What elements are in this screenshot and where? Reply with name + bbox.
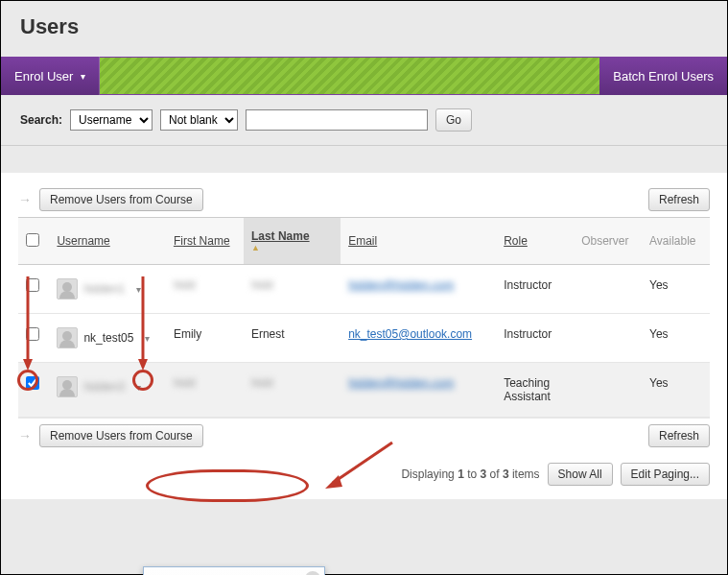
col-role[interactable]: Role: [496, 218, 574, 265]
search-label: Search:: [20, 113, 62, 127]
primary-toolbar: Enrol User ▾ Batch Enrol Users: [1, 57, 727, 95]
avatar: [57, 376, 78, 397]
selection-arrow-icon: →: [18, 192, 32, 207]
page-title: Users: [1, 1, 727, 57]
role-cell: Instructor: [504, 278, 552, 292]
toolbar-spacer: [100, 57, 599, 95]
col-available: Available: [642, 218, 710, 265]
col-select-all[interactable]: [18, 218, 49, 265]
search-bar: Search: Username Not blank Go: [1, 95, 727, 146]
username-cell[interactable]: hidden3: [83, 380, 125, 394]
selection-arrow-icon: →: [18, 428, 32, 443]
chevron-down-icon: ▾: [81, 71, 85, 82]
role-cell: Instructor: [504, 327, 552, 341]
first_name-cell: hidd: [174, 376, 196, 390]
refresh-button-top[interactable]: Refresh: [648, 188, 710, 211]
col-first-name[interactable]: First Name: [166, 218, 244, 265]
select-all-checkbox[interactable]: [26, 233, 39, 247]
search-field-select[interactable]: Username: [70, 109, 153, 131]
show-all-button[interactable]: Show All: [548, 463, 613, 486]
sort-asc-icon: ▲: [251, 243, 333, 252]
row-context-menu: ✕ Edit Change User's Password Change Use…: [143, 566, 325, 575]
available-cell: Yes: [649, 327, 669, 341]
paging-text: Displaying 1 to 3 of 3 items: [401, 467, 539, 481]
email-cell[interactable]: nk_test05@outlook.com: [348, 327, 472, 341]
username-cell[interactable]: nk_test05: [83, 331, 133, 345]
role-cell: Teaching Assistant: [504, 376, 551, 403]
users-table: Username First Name Last Name▲ Email Rol…: [18, 217, 710, 418]
content-area: → Remove Users from Course Refresh Usern…: [1, 173, 727, 499]
remove-users-button-bottom[interactable]: Remove Users from Course: [39, 424, 203, 447]
paging-bar: Displaying 1 to 3 of 3 items Show All Ed…: [18, 453, 710, 499]
remove-users-button-top[interactable]: Remove Users from Course: [39, 188, 203, 211]
table-row: hidden3▾hiddhiddhidden@hidden.comTeachin…: [18, 363, 710, 418]
row-checkbox[interactable]: [26, 327, 39, 341]
row-menu-chevron-icon[interactable]: ▾: [130, 379, 146, 395]
col-email[interactable]: Email: [341, 218, 496, 265]
table-row: hidden1▾hiddhiddhidden@hidden.comInstruc…: [18, 265, 710, 314]
edit-paging-button[interactable]: Edit Paging...: [621, 463, 710, 486]
search-input[interactable]: [246, 109, 428, 131]
username-cell[interactable]: hidden1: [83, 282, 125, 296]
col-username[interactable]: Username: [49, 218, 166, 265]
first_name-cell: Emily: [174, 327, 201, 341]
last_name-cell: Ernest: [251, 327, 285, 341]
batch-enrol-button[interactable]: Batch Enrol Users: [599, 57, 727, 95]
enrol-user-button[interactable]: Enrol User ▾: [1, 57, 100, 95]
avatar: [57, 278, 78, 299]
enrol-user-label: Enrol User: [14, 69, 73, 84]
email-cell[interactable]: hidden@hidden.com: [348, 278, 454, 292]
avatar: [57, 327, 78, 348]
menu-item-edit[interactable]: Edit: [144, 567, 324, 575]
first_name-cell: hidd: [174, 278, 196, 292]
search-condition-select[interactable]: Not blank: [160, 109, 238, 131]
search-go-button[interactable]: Go: [435, 108, 472, 132]
row-menu-chevron-icon[interactable]: ▾: [139, 330, 154, 346]
last_name-cell: hidd: [251, 376, 273, 390]
row-checkbox[interactable]: [26, 376, 39, 390]
available-cell: Yes: [649, 376, 669, 390]
row-menu-chevron-icon[interactable]: ▾: [130, 281, 146, 297]
col-last-name[interactable]: Last Name▲: [244, 218, 341, 265]
table-row: nk_test05▾EmilyErnestnk_test05@outlook.c…: [18, 314, 710, 363]
batch-enrol-label: Batch Enrol Users: [613, 69, 714, 84]
refresh-button-bottom[interactable]: Refresh: [648, 424, 710, 447]
available-cell: Yes: [649, 278, 669, 292]
last_name-cell: hidd: [251, 278, 273, 292]
col-observer: Observer: [574, 218, 642, 265]
email-cell[interactable]: hidden@hidden.com: [348, 376, 454, 390]
row-checkbox[interactable]: [26, 278, 39, 292]
